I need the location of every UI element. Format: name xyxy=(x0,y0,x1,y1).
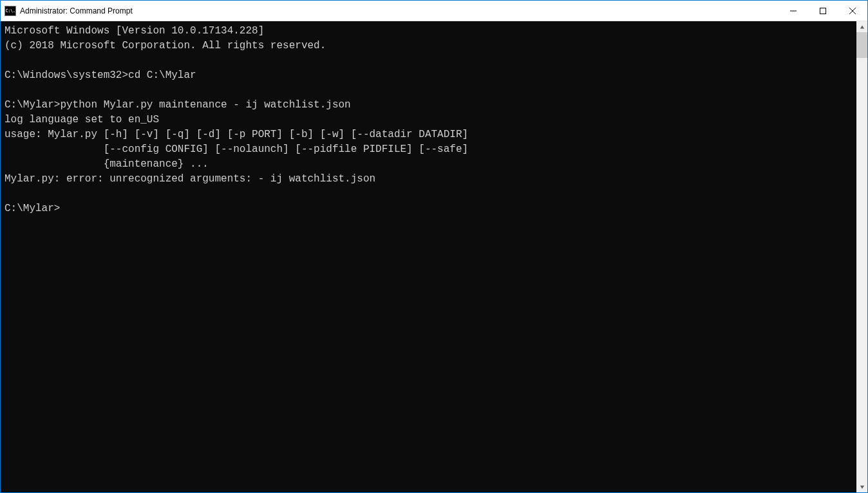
window-title: Administrator: Command Prompt xyxy=(20,6,133,15)
svg-marker-5 xyxy=(860,485,863,488)
terminal-output[interactable]: Microsoft Windows [Version 10.0.17134.22… xyxy=(1,21,856,492)
cmd-icon-text: C:\. xyxy=(6,8,15,14)
scroll-up-arrow-icon[interactable] xyxy=(856,21,867,32)
svg-rect-1 xyxy=(820,8,826,14)
cmd-icon: C:\. xyxy=(5,6,16,16)
scrollbar[interactable] xyxy=(856,21,867,492)
maximize-button[interactable] xyxy=(808,1,838,21)
terminal-container: Microsoft Windows [Version 10.0.17134.22… xyxy=(1,21,867,492)
scroll-thumb[interactable] xyxy=(856,32,867,58)
window-controls xyxy=(778,1,867,21)
svg-marker-4 xyxy=(860,25,863,28)
minimize-button[interactable] xyxy=(778,1,808,21)
scroll-track[interactable] xyxy=(856,32,867,481)
titlebar-left: C:\. Administrator: Command Prompt xyxy=(1,6,133,16)
scroll-down-arrow-icon[interactable] xyxy=(856,481,867,492)
window-titlebar: C:\. Administrator: Command Prompt xyxy=(1,1,867,21)
close-button[interactable] xyxy=(838,1,867,21)
